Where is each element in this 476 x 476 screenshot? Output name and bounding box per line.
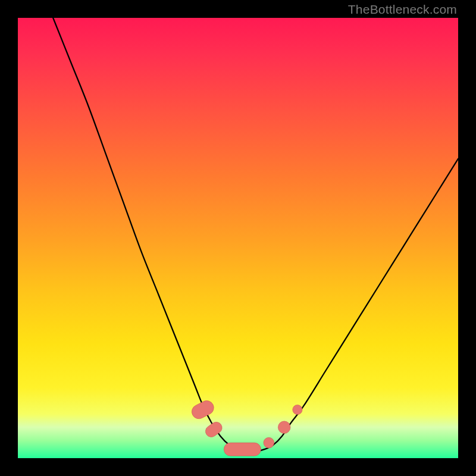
chart-frame: TheBottleneck.com <box>0 0 476 476</box>
plot-area <box>18 18 458 458</box>
watermark-text: TheBottleneck.com <box>348 2 457 17</box>
